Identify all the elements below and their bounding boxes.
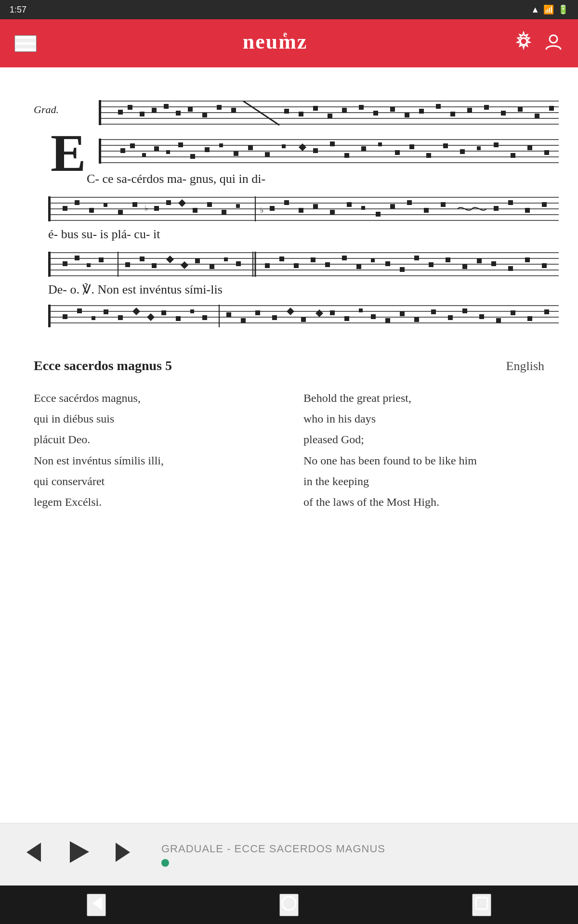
svg-rect-148 [414,256,419,260]
svg-rect-72 [494,142,499,147]
svg-rect-156 [542,263,547,268]
svg-rect-57 [248,145,253,150]
svg-point-2 [520,38,527,45]
svg-text:e: e [283,29,288,39]
svg-marker-92 [178,199,186,207]
svg-rect-75 [544,150,549,155]
list-item: of the laws of the Most High. [303,492,544,513]
progress-dot [161,859,169,867]
play-button[interactable] [60,834,96,875]
svg-rect-194 [496,318,501,323]
svg-rect-93 [193,208,197,213]
hamburger-button[interactable] [14,35,37,52]
svg-rect-190 [431,309,436,314]
svg-rect-139 [279,257,284,261]
svg-rect-61 [313,148,318,153]
svg-text:é-              bus  su-      : é- bus su- is plá- cu- it [48,227,160,241]
list-item: qui in diébus suis [34,409,275,429]
svg-marker-130 [166,256,174,263]
svg-marker-201 [92,897,102,910]
next-button[interactable] [111,835,137,873]
svg-rect-27 [359,105,364,110]
svg-text:♭: ♭ [144,204,148,212]
svg-rect-47 [120,148,125,153]
svg-rect-35 [484,105,489,110]
list-item: Behold the great priest, [303,388,544,409]
svg-marker-131 [181,261,188,269]
svg-rect-132 [195,258,200,263]
svg-rect-84 [75,200,79,205]
svg-rect-167 [104,309,108,314]
hamburger-line-3 [15,49,36,51]
svg-rect-144 [356,264,361,269]
svg-marker-182 [315,309,323,317]
svg-rect-133 [210,264,214,269]
svg-rect-178 [255,310,260,315]
svg-rect-10 [99,100,101,125]
list-item: who in his days [303,409,544,429]
svg-rect-188 [400,311,405,316]
svg-rect-143 [342,256,347,260]
svg-rect-121 [48,252,51,277]
svg-rect-19 [217,105,222,110]
svg-rect-25 [328,114,332,118]
score-area: Grad. [19,77,559,339]
svg-rect-52 [178,142,183,147]
svg-rect-105 [361,206,365,210]
header-action-icons [513,31,564,56]
svg-marker-60 [299,143,306,151]
svg-text:♭: ♭ [260,206,264,214]
svg-rect-95 [222,210,226,215]
svg-rect-14 [152,108,157,113]
svg-rect-114 [542,202,547,207]
svg-rect-20 [231,108,236,113]
svg-rect-107 [390,204,395,209]
svg-rect-129 [152,263,157,268]
svg-rect-104 [347,202,352,207]
svg-rect-164 [63,314,67,319]
svg-rect-46 [99,139,101,164]
svg-rect-58 [265,152,270,157]
home-button[interactable] [279,894,299,916]
svg-rect-113 [525,208,530,213]
recents-button[interactable] [472,894,491,916]
svg-text:C-  ce  sa-cérdos  ma-        : C- ce sa-cérdos ma- gnus, qui in di- [87,172,265,186]
svg-rect-66 [395,150,400,155]
svg-rect-67 [409,144,414,149]
svg-rect-109 [424,208,429,213]
svg-rect-154 [508,266,513,271]
previous-button[interactable] [19,835,46,873]
svg-rect-15 [164,104,169,109]
svg-rect-63 [344,153,349,158]
back-button[interactable] [87,894,106,916]
svg-rect-62 [330,141,335,146]
svg-rect-54 [205,147,210,152]
wifi-icon: ▲ [531,5,539,15]
svg-rect-38 [535,114,539,118]
translation-columns: Ecce sacérdos magnus, qui in diébus suis… [34,388,544,513]
svg-rect-195 [511,310,515,315]
profile-button[interactable] [543,31,564,56]
svg-rect-64 [361,146,366,151]
settings-button[interactable] [513,31,534,56]
list-item: plácuit Deo. [34,429,275,450]
svg-rect-141 [311,257,315,262]
svg-rect-13 [140,112,144,116]
svg-rect-101 [299,208,303,213]
svg-rect-29 [390,107,395,112]
svg-rect-48 [130,143,135,148]
svg-rect-165 [77,308,82,313]
svg-rect-39 [549,106,554,111]
piece-language: English [506,359,544,373]
time-display: 1:57 [10,5,26,15]
bottom-navigation: GRADUALE - ECCE SACERDOS MAGNUS [0,823,578,886]
svg-marker-169 [132,308,140,315]
svg-rect-26 [342,108,347,113]
svg-rect-30 [405,113,409,117]
svg-rect-17 [188,107,193,112]
svg-rect-174 [202,315,207,320]
svg-rect-191 [448,315,453,320]
svg-rect-185 [359,308,363,312]
svg-rect-189 [414,317,419,322]
svg-rect-68 [426,153,431,158]
